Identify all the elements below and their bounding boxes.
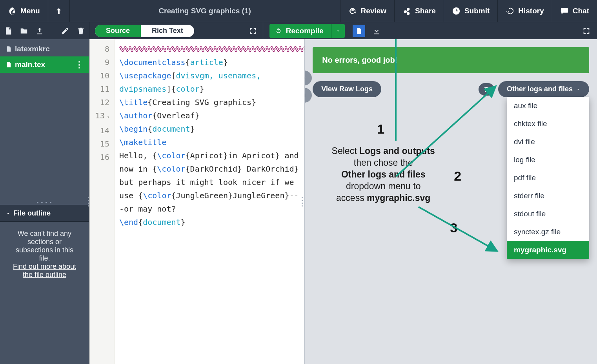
recompile-icon bbox=[275, 27, 282, 34]
outline-learn-more-link[interactable]: Find out more about the file outline bbox=[13, 263, 76, 279]
submit-button[interactable]: Submit bbox=[444, 0, 497, 22]
pdf-fullscreen-icon[interactable] bbox=[582, 27, 591, 35]
file-menu-icon[interactable]: ⋮ bbox=[75, 60, 84, 70]
new-file-icon[interactable] bbox=[4, 27, 13, 35]
up-button[interactable] bbox=[48, 0, 70, 22]
project-title: Creating SVG graphics (1) bbox=[70, 7, 340, 15]
view-raw-logs-button[interactable]: View Raw Logs bbox=[313, 81, 381, 97]
split-arrows bbox=[304, 71, 312, 103]
left-splitter[interactable] bbox=[88, 190, 92, 214]
menu-label: Menu bbox=[20, 7, 40, 15]
review-label: Review bbox=[361, 7, 386, 15]
recompile-label: Recompile bbox=[286, 27, 324, 35]
file-list: latexmkrcmain.tex⋮ bbox=[0, 39, 89, 73]
chat-button[interactable]: Chat bbox=[552, 0, 597, 22]
other-logs-button[interactable]: Other logs and files bbox=[498, 81, 589, 97]
annotation-number-3: 3 bbox=[450, 220, 457, 235]
dropdown-item-log-file[interactable]: log file bbox=[507, 151, 589, 169]
delete-icon[interactable] bbox=[76, 27, 85, 35]
editor-toolbar: Source Rich Text bbox=[89, 22, 263, 39]
annotation-arrow-2 bbox=[394, 86, 496, 180]
dropdown-item-chktex-file[interactable]: chktex file bbox=[507, 115, 589, 133]
svg-line-1 bbox=[396, 89, 492, 176]
submit-icon bbox=[452, 7, 460, 15]
download-pdf-icon[interactable] bbox=[372, 27, 381, 35]
logs-button[interactable] bbox=[353, 25, 365, 37]
recompile-button[interactable]: Recompile bbox=[269, 24, 331, 38]
annotation-number-1: 1 bbox=[377, 121, 384, 137]
dropdown-item-pdf-file[interactable]: pdf file bbox=[507, 169, 589, 187]
file-icon bbox=[5, 61, 12, 68]
go-to-code-button[interactable] bbox=[304, 88, 312, 103]
output-pane: No errors, good job! View Raw Logs Other… bbox=[304, 39, 597, 364]
go-to-pdf-button[interactable] bbox=[304, 71, 312, 85]
editor-code[interactable]: %%%%%%%%%%%%%%%%%%%%%%%%%%%%%%%%%%%%%%%%… bbox=[115, 39, 304, 364]
share-button[interactable]: Share bbox=[394, 0, 444, 22]
file-outline-body: We can't find any sections or subsection… bbox=[0, 222, 89, 364]
dropdown-item-stderr-file[interactable]: stderr file bbox=[507, 187, 589, 205]
chat-label: Chat bbox=[573, 7, 589, 15]
toolbar-row: Source Rich Text Recompile bbox=[0, 22, 597, 39]
menu-button[interactable]: Menu bbox=[0, 0, 48, 22]
new-folder-icon[interactable] bbox=[20, 27, 28, 35]
editor-mode-toggle: Source Rich Text bbox=[95, 25, 194, 37]
chevron-down-icon bbox=[576, 87, 581, 92]
file-item-latexmkrc[interactable]: latexmkrc bbox=[0, 42, 89, 56]
chat-icon bbox=[560, 7, 569, 15]
outline-resize-handle[interactable]: ● ● ● ● bbox=[0, 199, 89, 205]
file-outline-toggle[interactable]: File outline bbox=[0, 205, 89, 222]
dropdown-item-aux-file[interactable]: aux file bbox=[507, 97, 589, 115]
outline-empty-text: We can't find any sections or subsection… bbox=[16, 230, 73, 262]
file-outline-label: File outline bbox=[13, 209, 51, 217]
logs-row: View Raw Logs Other logs and files aux f… bbox=[313, 81, 589, 97]
dropdown-item-stdout-file[interactable]: stdout file bbox=[507, 205, 589, 223]
history-icon bbox=[506, 7, 514, 15]
other-logs-label: Other logs and files bbox=[507, 85, 573, 93]
top-bar: Menu Creating SVG graphics (1) Review Sh… bbox=[0, 0, 597, 22]
upload-icon[interactable] bbox=[35, 27, 44, 35]
svg-line-2 bbox=[419, 207, 493, 249]
file-name: main.tex bbox=[15, 60, 45, 69]
main-area: latexmkrcmain.tex⋮ ● ● ● ● File outline … bbox=[0, 39, 597, 364]
compile-status-banner: No errors, good job! bbox=[313, 47, 589, 73]
dropdown-item-mygraphic-svg[interactable]: mygraphic.svg bbox=[507, 241, 589, 259]
clear-cache-button[interactable] bbox=[479, 83, 494, 96]
file-toolbar bbox=[0, 22, 89, 39]
annotation-arrow-3 bbox=[417, 204, 499, 255]
chevron-down-icon bbox=[336, 29, 340, 33]
view-raw-logs-label: View Raw Logs bbox=[321, 85, 373, 93]
file-item-main-tex[interactable]: main.tex⋮ bbox=[0, 56, 89, 73]
other-logs-dropdown: aux filechktex filedvi filelog filepdf f… bbox=[507, 97, 589, 259]
share-label: Share bbox=[415, 7, 436, 15]
history-button[interactable]: History bbox=[497, 0, 551, 22]
overleaf-logo-icon bbox=[8, 7, 16, 15]
editor-fullscreen-icon[interactable] bbox=[249, 27, 257, 35]
annotation-number-2: 2 bbox=[454, 168, 461, 184]
editor-gutter: 8910111213 ▾141516 bbox=[89, 39, 115, 364]
file-icon bbox=[5, 45, 12, 53]
file-tree-pane: latexmkrcmain.tex⋮ ● ● ● ● File outline … bbox=[0, 39, 89, 364]
recompile-dropdown-button[interactable] bbox=[331, 24, 345, 38]
rich-text-mode-button[interactable]: Rich Text bbox=[141, 25, 194, 37]
dropdown-item-dvi-file[interactable]: dvi file bbox=[507, 133, 589, 151]
annotation-text: Select Logs and outputs then chose the O… bbox=[313, 145, 454, 204]
compile-status-text: No errors, good job! bbox=[322, 56, 397, 64]
source-mode-button[interactable]: Source bbox=[95, 25, 141, 37]
rename-icon[interactable] bbox=[61, 27, 69, 35]
dropdown-item-synctex-gz-file[interactable]: synctex.gz file bbox=[507, 223, 589, 241]
chevron-down-icon bbox=[5, 211, 11, 216]
pdf-toolbar: Recompile bbox=[263, 22, 597, 39]
review-icon bbox=[348, 7, 357, 15]
history-label: History bbox=[518, 7, 544, 15]
editor-pane: 8910111213 ▾141516 %%%%%%%%%%%%%%%%%%%%%… bbox=[89, 39, 304, 364]
document-icon bbox=[355, 27, 362, 34]
up-arrow-icon bbox=[55, 7, 63, 15]
trash-icon bbox=[483, 86, 490, 92]
file-name: latexmkrc bbox=[15, 45, 50, 53]
review-button[interactable]: Review bbox=[340, 0, 394, 22]
submit-label: Submit bbox=[464, 7, 490, 15]
share-icon bbox=[402, 7, 411, 15]
